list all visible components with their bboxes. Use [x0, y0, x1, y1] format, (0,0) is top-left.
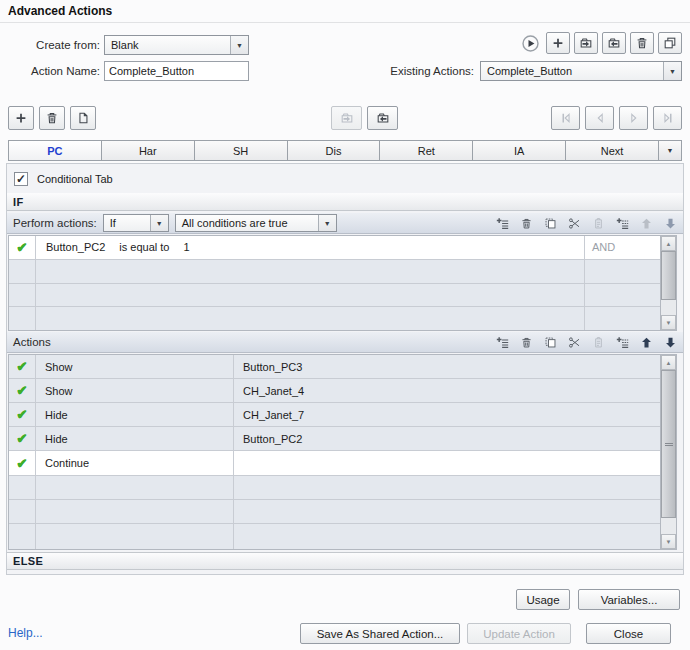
action-type[interactable]: Continue	[36, 451, 234, 475]
duplicate-icon	[665, 38, 675, 48]
tab-next[interactable]: Next	[565, 140, 659, 161]
new-action-button[interactable]	[546, 32, 570, 54]
usage-button[interactable]: Usage	[516, 589, 570, 610]
condition-variable[interactable]: Button_PC2	[46, 241, 105, 253]
existing-actions-value: Complete_Button	[481, 62, 663, 80]
conditions-scroll-thumb[interactable]	[661, 251, 676, 300]
action-row[interactable]: ✔ Hide Button_PC2	[9, 427, 660, 451]
action-target[interactable]	[234, 451, 660, 475]
add-row-button[interactable]	[496, 336, 509, 349]
tab-sh[interactable]: SH	[194, 140, 288, 161]
delete-row-button[interactable]	[520, 217, 533, 230]
move-up-button[interactable]	[640, 217, 653, 230]
action-name-label: Action Name:	[8, 61, 100, 81]
action-target[interactable]: CH_Janet_7	[234, 403, 660, 426]
condition-row-empty[interactable]	[9, 307, 660, 330]
create-from-value: Blank	[105, 36, 230, 54]
cut-row-button[interactable]	[568, 217, 581, 230]
tab-pc[interactable]: PC	[8, 140, 102, 161]
conditional-tab-checkbox[interactable]: ✓	[14, 172, 28, 186]
duplicate-action-button[interactable]	[658, 32, 682, 54]
save-as-shared-action-button[interactable]: Save As Shared Action...	[300, 623, 460, 644]
tab-har[interactable]: Har	[101, 140, 195, 161]
paste-row-button[interactable]	[592, 217, 605, 230]
tab-ia[interactable]: IA	[472, 140, 566, 161]
close-button[interactable]: Close	[586, 623, 671, 644]
variables-button[interactable]: Variables...	[578, 589, 680, 610]
utility-buttons: Usage Variables...	[516, 589, 680, 610]
shared-action-export-button[interactable]	[367, 106, 398, 130]
action-row-empty[interactable]	[9, 476, 660, 500]
scroll-up-icon[interactable]: ▲	[661, 236, 676, 251]
condition-row-empty[interactable]	[9, 284, 660, 308]
action-row[interactable]: ✔ Show CH_Janet_4	[9, 379, 660, 403]
valid-check-icon: ✔	[17, 240, 28, 255]
condition-operator[interactable]: AND	[584, 236, 660, 259]
move-down-button[interactable]	[664, 336, 677, 349]
cut-row-button[interactable]	[568, 336, 581, 349]
conditions-scrollbar[interactable]: ▲ ▼	[660, 236, 676, 330]
condition-comparator[interactable]: is equal to	[119, 241, 169, 253]
conditional-tab-label: Conditional Tab	[37, 173, 113, 185]
action-row[interactable]: ✔ Hide CH_Janet_7	[9, 403, 660, 427]
dialog-title: Advanced Actions	[8, 4, 112, 18]
move-down-button[interactable]	[664, 217, 677, 230]
scroll-grip	[665, 443, 673, 446]
help-link[interactable]: Help...	[8, 626, 43, 640]
next-action-button[interactable]	[619, 106, 648, 130]
condition-row-empty[interactable]	[9, 260, 660, 284]
perform-mode-dropdown[interactable]: If ▼	[103, 214, 169, 232]
update-action-button[interactable]: Update Action	[467, 623, 571, 644]
action-target[interactable]: Button_PC3	[234, 355, 660, 378]
if-header-label: IF	[13, 196, 24, 208]
insert-row-button[interactable]	[616, 217, 629, 230]
existing-actions-dropdown[interactable]: Complete_Button ▼	[480, 61, 682, 81]
action-row-empty[interactable]	[9, 524, 660, 549]
actions-scroll-thumb[interactable]	[661, 370, 676, 518]
preview-action-button[interactable]	[518, 32, 542, 54]
action-target[interactable]: CH_Janet_4	[234, 379, 660, 402]
action-row[interactable]: ✔ Continue	[9, 451, 660, 476]
action-row-empty[interactable]	[9, 500, 660, 524]
scroll-up-icon[interactable]: ▲	[661, 355, 676, 370]
action-target[interactable]: Button_PC2	[234, 427, 660, 450]
export-action-button[interactable]	[602, 32, 626, 54]
action-name-input[interactable]	[104, 61, 249, 81]
plus-icon	[17, 114, 26, 123]
action-row[interactable]: ✔ Show Button_PC3	[9, 355, 660, 379]
actions-scrollbar[interactable]: ▲ ▼	[660, 355, 676, 549]
scroll-down-icon[interactable]: ▼	[661, 315, 676, 330]
scroll-down-icon[interactable]: ▼	[661, 534, 676, 549]
add-button[interactable]	[8, 106, 34, 130]
action-type[interactable]: Hide	[36, 403, 234, 426]
duplicate-button[interactable]	[70, 106, 96, 130]
previous-action-button[interactable]	[585, 106, 614, 130]
actions-grid: ✔ Show Button_PC3 ✔ Show CH_Janet_4 ✔ Hi…	[8, 354, 677, 550]
delete-row-button[interactable]	[520, 336, 533, 349]
page-copy-icon	[80, 113, 87, 123]
shared-action-import-button[interactable]	[331, 106, 362, 130]
action-type[interactable]: Show	[36, 379, 234, 402]
else-header-label: ELSE	[13, 555, 43, 567]
condition-value[interactable]: 1	[183, 241, 189, 253]
insert-row-button[interactable]	[616, 336, 629, 349]
action-type[interactable]: Hide	[36, 427, 234, 450]
last-action-button[interactable]	[653, 106, 682, 130]
delete-button[interactable]	[39, 106, 65, 130]
create-from-dropdown[interactable]: Blank ▼	[104, 35, 249, 55]
add-row-button[interactable]	[496, 217, 509, 230]
tab-overflow-button[interactable]: ▼	[658, 140, 682, 161]
conditions-mode-dropdown[interactable]: All conditions are true ▼	[175, 214, 337, 232]
copy-row-button[interactable]	[544, 217, 557, 230]
action-type[interactable]: Show	[36, 355, 234, 378]
chevron-down-icon: ▼	[318, 215, 336, 231]
copy-row-button[interactable]	[544, 336, 557, 349]
first-action-button[interactable]	[551, 106, 580, 130]
import-action-button[interactable]	[574, 32, 598, 54]
tab-ret[interactable]: Ret	[379, 140, 473, 161]
move-up-button[interactable]	[640, 336, 653, 349]
paste-row-button[interactable]	[592, 336, 605, 349]
condition-row[interactable]: ✔ Button_PC2 is equal to 1 AND	[9, 236, 660, 260]
tab-dis[interactable]: Dis	[287, 140, 381, 161]
delete-action-button[interactable]	[630, 32, 654, 54]
